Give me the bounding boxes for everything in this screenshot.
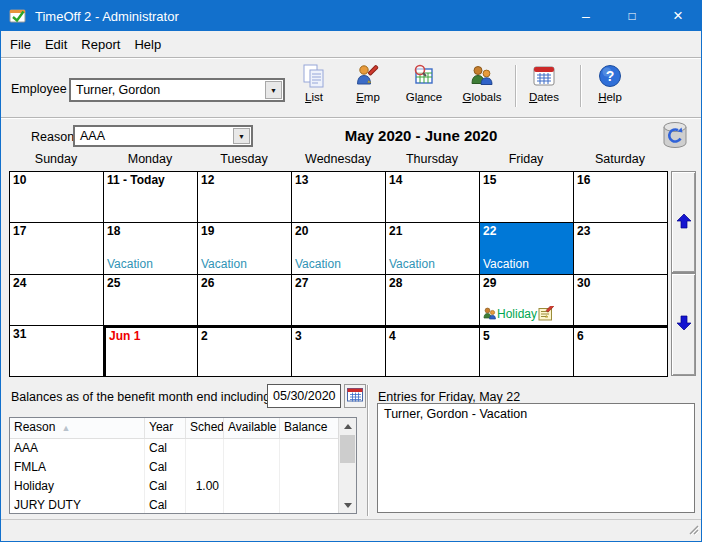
toolbar-button-dates[interactable]: Dates <box>519 63 569 113</box>
balances-date-input[interactable]: 05/30/2020 <box>267 384 341 408</box>
entries-listbox[interactable]: Turner, Gordon - Vacation <box>377 403 695 513</box>
date-picker-button[interactable] <box>344 384 366 408</box>
cell-entry[interactable]: Vacation <box>201 257 247 271</box>
calendar-cell-2[interactable]: 2 <box>198 326 292 377</box>
scrollbar-down-arrow[interactable] <box>339 497 356 513</box>
calendar-cell-19[interactable]: 19Vacation <box>198 223 292 274</box>
calendar-cell-3[interactable]: 3 <box>292 326 386 377</box>
scroll-down-icon <box>676 315 692 331</box>
table-row[interactable]: FMLACal <box>10 458 356 477</box>
day-number: 11 - Today <box>107 173 165 187</box>
calendar-cell-18[interactable]: 18Vacation <box>104 223 198 274</box>
toolbar-button-help[interactable]: ?Help <box>585 63 635 113</box>
day-number: 13 <box>295 173 308 187</box>
calendar-cell-27[interactable]: 27 <box>292 275 386 326</box>
scrollbar-thumb[interactable] <box>340 435 355 463</box>
calendar-cell-11-today[interactable]: 11 - Today <box>104 172 198 223</box>
cell-entry[interactable]: Vacation <box>389 257 435 271</box>
toolbar-label: Globals <box>462 91 501 103</box>
toolbar-label: Help <box>598 91 622 103</box>
table-cell: 1.00 <box>186 477 224 496</box>
mini-calendar-icon <box>347 387 363 403</box>
toolbar-button-glance[interactable]: Glance <box>399 63 449 113</box>
toolbar-bottom-divider <box>1 117 701 118</box>
menu-item-edit[interactable]: Edit <box>38 33 74 56</box>
calendar-cell-5[interactable]: 5 <box>480 326 574 377</box>
table-cell: Cal <box>145 458 186 477</box>
toolbar-button-list[interactable]: List <box>289 63 339 113</box>
calendar-cell-13[interactable]: 13 <box>292 172 386 223</box>
calendar-cell-12[interactable]: 12 <box>198 172 292 223</box>
day-header-sunday: Sunday <box>9 152 103 169</box>
table-cell: AAA <box>10 439 145 458</box>
calendar-cell-4[interactable]: 4 <box>386 326 480 377</box>
table-cell <box>224 458 280 477</box>
entries-item[interactable]: Turner, Gordon - Vacation <box>384 407 688 421</box>
calendar-cell-29[interactable]: 29Holiday <box>480 275 574 326</box>
toolbar-label: Emp <box>356 91 380 103</box>
scroll-down-button[interactable] <box>671 273 696 376</box>
minimize-button[interactable]: – <box>563 1 609 31</box>
calendar-cell-6[interactable]: 6 <box>574 326 668 377</box>
day-header-friday: Friday <box>479 152 573 169</box>
toolbar-separator <box>580 65 582 107</box>
calendar-cell-17[interactable]: 17 <box>10 223 104 274</box>
dates-icon <box>531 63 557 89</box>
scrollbar-up-arrow[interactable] <box>339 418 356 434</box>
resize-grip-icon <box>688 524 700 536</box>
menu-item-file[interactable]: File <box>3 33 38 56</box>
menu-item-report[interactable]: Report <box>74 33 127 56</box>
day-number: 21 <box>389 224 402 238</box>
table-cell: Cal <box>145 439 186 458</box>
cell-entry[interactable]: Holiday <box>483 306 554 322</box>
close-button[interactable]: × <box>655 1 701 31</box>
table-row[interactable]: HolidayCal1.00 <box>10 477 356 496</box>
cell-entry[interactable]: Vacation <box>483 257 529 271</box>
calendar-cell-22[interactable]: 22Vacation <box>480 223 574 274</box>
table-cell: JURY DUTY <box>10 496 145 514</box>
table-cell: Cal <box>145 496 186 514</box>
calendar-cell-16[interactable]: 16 <box>574 172 668 223</box>
sort-ascending-icon: ▲ <box>61 423 70 433</box>
reason-combobox[interactable]: AAA ▼ <box>73 125 253 147</box>
calendar-cell-28[interactable]: 28 <box>386 275 480 326</box>
balances-label: Balances as of the benefit month end inc… <box>11 390 274 404</box>
maximize-button[interactable]: □ <box>609 1 655 31</box>
balances-table-body: AAACalFMLACalHolidayCal1.00JURY DUTYCal <box>10 439 356 514</box>
cell-entry[interactable]: Vacation <box>295 257 341 271</box>
column-header-reason[interactable]: Reason▲ <box>10 418 145 438</box>
toolbar-button-emp[interactable]: Emp <box>343 63 393 113</box>
table-row[interactable]: JURY DUTYCal <box>10 496 356 514</box>
calendar-cell-30[interactable]: 30 <box>574 275 668 326</box>
calendar-cell-24[interactable]: 24 <box>10 275 104 326</box>
column-header-available[interactable]: Available <box>224 418 280 438</box>
reason-dropdown-arrow-icon[interactable]: ▼ <box>233 128 250 144</box>
calendar-cell-25[interactable]: 25 <box>104 275 198 326</box>
table-row[interactable]: AAACal <box>10 439 356 458</box>
calendar-cell-26[interactable]: 26 <box>198 275 292 326</box>
resize-grip-icon[interactable] <box>688 522 700 540</box>
day-number: 18 <box>107 224 120 238</box>
table-cell <box>186 458 224 477</box>
globals-icon <box>469 63 495 89</box>
emp-icon <box>355 63 381 89</box>
recycle-icon[interactable] <box>658 118 692 152</box>
calendar-cell-10[interactable]: 10 <box>10 172 104 223</box>
column-header-balance[interactable]: Balance <box>280 418 339 438</box>
menu-item-help[interactable]: Help <box>127 33 168 56</box>
column-header-sched[interactable]: Sched <box>186 418 224 438</box>
calendar-cell-21[interactable]: 21Vacation <box>386 223 480 274</box>
scroll-up-button[interactable] <box>671 171 696 273</box>
calendar-cell-20[interactable]: 20Vacation <box>292 223 386 274</box>
cell-entry[interactable]: Vacation <box>107 257 153 271</box>
column-header-year[interactable]: Year <box>145 418 186 438</box>
calendar-cell-31[interactable]: 31 <box>10 326 104 377</box>
toolbar-button-globals[interactable]: Globals <box>457 63 507 113</box>
calendar-cell-23[interactable]: 23 <box>574 223 668 274</box>
day-number: 6 <box>577 329 584 343</box>
calendar-cell-14[interactable]: 14 <box>386 172 480 223</box>
toolbar-label: List <box>305 91 323 103</box>
calendar-cell-15[interactable]: 15 <box>480 172 574 223</box>
calendar-cell-jun-1[interactable]: Jun 1 <box>104 326 198 377</box>
table-scrollbar[interactable] <box>338 418 356 513</box>
